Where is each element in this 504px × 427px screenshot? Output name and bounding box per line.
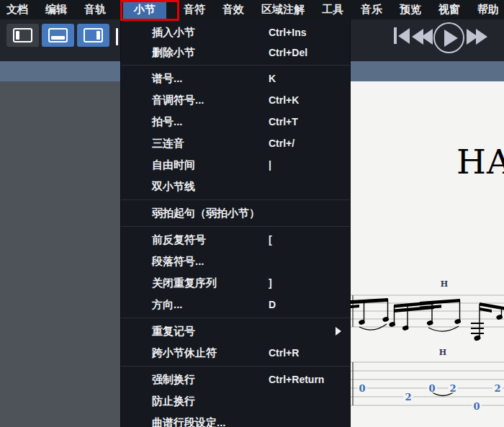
menu-item-key-signature[interactable]: 音调符号... Ctrl+K	[121, 89, 350, 111]
tab-fret-number[interactable]: 0	[427, 384, 436, 393]
panel-right-toggle-button[interactable]	[77, 24, 109, 47]
panel-left-toggle-button[interactable]	[6, 24, 39, 47]
menu-note[interactable]: 音符	[184, 1, 205, 19]
menu-item-delete-measure[interactable]: 删除小节 Ctrl+Del	[121, 42, 350, 63]
menu-separator	[121, 65, 350, 66]
menu-separator	[121, 199, 350, 200]
menu-item-repeat-sign[interactable]: 重复记号	[121, 320, 350, 342]
menu-item-line-layout[interactable]: 曲谱行段设定...	[121, 412, 350, 427]
menu-tools[interactable]: 工具	[322, 1, 343, 19]
menu-separator	[121, 366, 350, 367]
track-panel[interactable]	[0, 81, 120, 427]
music-notation	[351, 81, 504, 427]
play-icon	[444, 30, 458, 47]
menu-separator	[121, 226, 350, 227]
guitar-pro-window: 文档 编辑 音轨 小节 音符 音效 区域注解 工具 音乐 预览 视窗 帮助	[0, 0, 504, 427]
menubar: 文档 编辑 音轨 小节 音符 音效 区域注解 工具 音乐 预览 视窗 帮助	[0, 0, 504, 19]
measure-dropdown-menu: 插入小节 Ctrl+Ins 删除小节 Ctrl+Del 谱号... K 音调符号…	[120, 19, 351, 427]
submenu-arrow-icon	[336, 327, 341, 336]
menu-item-prevent-line-break[interactable]: 防止换行	[121, 390, 350, 412]
tab-fret-number[interactable]: 2	[492, 384, 502, 393]
menu-item-multirest[interactable]: 跨小节休止符 Ctrl+R	[121, 342, 350, 364]
menu-item-section-marker[interactable]: 段落符号...	[121, 251, 350, 272]
menu-audio[interactable]: 音乐	[361, 1, 382, 19]
menu-file[interactable]: 文档	[6, 1, 28, 19]
play-button[interactable]	[433, 22, 464, 53]
panel-bottom-toggle-button[interactable]	[42, 24, 74, 47]
menu-window[interactable]: 视窗	[438, 1, 460, 19]
menu-view[interactable]: 预览	[400, 1, 421, 19]
tab-fret-number[interactable]: 0	[472, 402, 481, 411]
menu-item-close-repeat[interactable]: 关闭重复序列 ]	[121, 272, 350, 294]
menu-help[interactable]: 帮助	[477, 1, 499, 19]
panel-bottom-icon	[48, 28, 68, 42]
skip-to-start-icon	[394, 27, 397, 44]
fast-forward-button[interactable]	[467, 29, 487, 45]
menu-item-triplet[interactable]: 三连音 Ctrl+/	[121, 132, 350, 154]
menu-item-directions[interactable]: 方向... D	[121, 294, 350, 315]
panel-left-icon	[13, 28, 32, 42]
skip-to-start-button[interactable]	[394, 27, 410, 44]
menu-item-double-barline[interactable]: 双小节线	[121, 176, 350, 197]
menu-item-open-repeat[interactable]: 前反复符号 [	[121, 229, 350, 251]
tab-fret-number[interactable]: 2	[448, 384, 457, 393]
rewind-button[interactable]	[412, 29, 433, 45]
partially-hidden-toolbar-icon	[116, 28, 118, 45]
panel-right-icon	[84, 28, 103, 42]
menu-markers[interactable]: 区域注解	[261, 1, 305, 19]
menu-track[interactable]: 音轨	[84, 1, 106, 19]
menu-separator	[121, 318, 350, 318]
tab-fret-number[interactable]: 0	[357, 384, 366, 393]
menu-item-free-time[interactable]: 自由时间 |	[121, 154, 350, 176]
menu-item-clef[interactable]: 谱号... K	[121, 68, 350, 89]
menu-item-anacrusis[interactable]: 弱拍起句（弱拍小节）	[121, 202, 350, 224]
menu-measure[interactable]: 小节	[123, 1, 166, 19]
menu-effects[interactable]: 音效	[222, 1, 244, 19]
tab-fret-number[interactable]: 2	[403, 392, 413, 402]
score-page[interactable]: HA H H	[351, 81, 504, 427]
menu-item-force-line-break[interactable]: 强制换行 Ctrl+Return	[121, 369, 350, 390]
menu-item-time-signature[interactable]: 拍号... Ctrl+T	[121, 111, 350, 132]
menu-edit[interactable]: 编辑	[45, 1, 67, 19]
menu-item-insert-measure[interactable]: 插入小节 Ctrl+Ins	[121, 22, 350, 42]
